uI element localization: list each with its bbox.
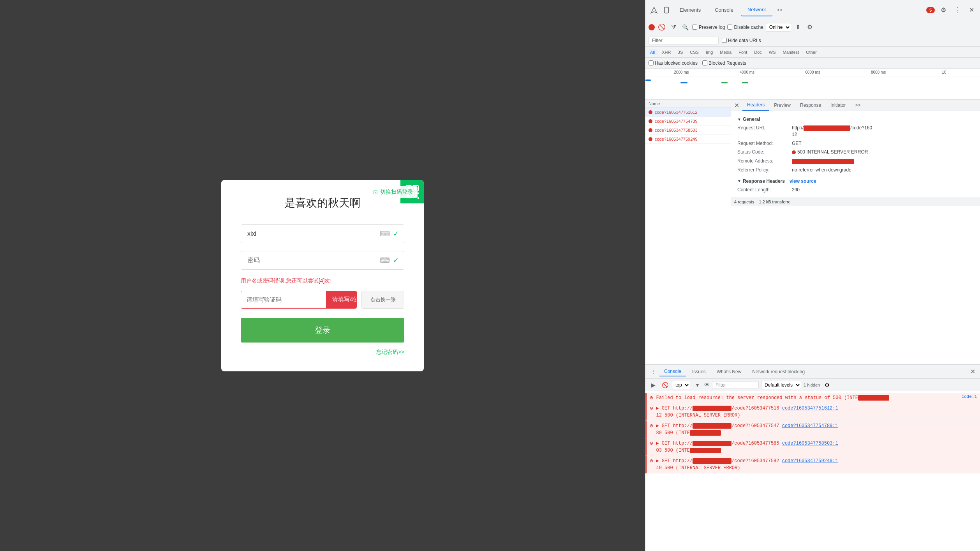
redacted-1 — [693, 406, 731, 411]
blocked-requests-checkbox[interactable] — [702, 60, 707, 65]
blocked-requests-label[interactable]: Blocked Requests — [702, 60, 746, 66]
username-group: ⌨ ✓ — [241, 224, 404, 243]
error-icon-4: ⊗ — [650, 457, 653, 464]
captcha-button[interactable]: 请填写4位验证码 — [326, 291, 357, 308]
console-link-3[interactable]: code?1605347758503:1 — [782, 441, 838, 446]
throttle-select[interactable]: Online — [766, 23, 791, 32]
type-ws[interactable]: WS — [766, 49, 779, 55]
timeline-bar-2 — [680, 82, 687, 83]
console-link-1[interactable]: code?1605347751612:1 — [782, 406, 838, 411]
eye-icon[interactable]: 👁 — [704, 382, 710, 388]
hidden-badge: 1 hidden — [804, 383, 820, 387]
blocked-cookies-label[interactable]: Has blocked cookies — [649, 60, 698, 66]
console-tab-whats-new[interactable]: What's New — [712, 367, 746, 376]
type-other[interactable]: Other — [803, 49, 820, 55]
filter-icon[interactable]: ⧩ — [669, 23, 678, 32]
type-doc[interactable]: Doc — [751, 49, 765, 55]
details-tab-headers[interactable]: Headers — [742, 100, 769, 111]
tab-more[interactable]: >> — [774, 6, 786, 14]
details-tab-preview[interactable]: Preview — [769, 100, 795, 110]
hide-data-urls-checkbox[interactable] — [722, 38, 727, 43]
forgot-password-link[interactable]: 忘记密码>> — [241, 349, 404, 356]
type-manifest[interactable]: Manifest — [780, 49, 802, 55]
details-tab-more[interactable]: >> — [850, 100, 865, 110]
summary-bar: 4 requests 1.2 kB transferre — [731, 198, 980, 206]
network-main: Name code?1605347751612 code?16053477547… — [645, 100, 980, 364]
type-font[interactable]: Font — [735, 49, 750, 55]
redacted-4 — [693, 458, 731, 464]
context-select[interactable]: top — [672, 381, 690, 389]
hide-data-urls-label[interactable]: Hide data URLs — [722, 38, 761, 43]
close-console-button[interactable]: ✕ — [969, 366, 977, 377]
console-tab-issues[interactable]: Issues — [687, 367, 710, 376]
content-length-row: Content-Length: 290 — [737, 185, 974, 194]
request-item-0[interactable]: code?1605347751612 — [645, 108, 731, 117]
inspect-icon[interactable] — [649, 5, 659, 16]
console-content: ⊗ Failed to load resource: the server re… — [645, 391, 980, 551]
general-section-header: ▼ General — [737, 114, 974, 124]
request-item-2[interactable]: code?1605347758503 — [645, 126, 731, 135]
msg-ref-0[interactable]: code:1 — [961, 394, 977, 399]
type-img[interactable]: Img — [703, 49, 716, 55]
qr-switch-button[interactable]: ⊡ 切换扫码登录 — [368, 186, 418, 198]
close-devtools-icon[interactable]: ✕ — [966, 5, 977, 16]
console-toolbar: ▶ 🚫 top ▾ 👁 Default levels 1 hidden ⚙ — [645, 379, 980, 391]
svg-rect-11 — [418, 197, 419, 199]
blocked-filters-bar: Has blocked cookies Blocked Requests — [645, 58, 980, 69]
error-dot-0 — [649, 110, 652, 114]
network-settings-icon[interactable]: ⚙ — [805, 23, 814, 32]
log-level-select[interactable]: Default levels — [761, 381, 801, 389]
type-js[interactable]: JS — [675, 49, 686, 55]
type-xhr[interactable]: XHR — [659, 49, 674, 55]
error-icon-1: ⊗ — [650, 405, 653, 411]
view-source-link[interactable]: view source — [790, 178, 816, 184]
record-button[interactable] — [649, 24, 655, 30]
details-content: ▼ General Request URL: http:///code?1601… — [731, 111, 980, 198]
requests-list: Name code?1605347751612 code?16053477547… — [645, 100, 731, 364]
more-options-icon[interactable]: ⋮ — [952, 5, 963, 16]
type-filter-bar: All XHR JS CSS Img Media Font Doc WS Man… — [645, 47, 980, 58]
tab-network[interactable]: Network — [741, 4, 772, 16]
clear-console-icon[interactable]: 🚫 — [660, 380, 670, 390]
console-tab-console[interactable]: Console — [659, 367, 686, 376]
filter-input[interactable] — [649, 37, 719, 44]
console-tab-bar: ⋮ Console Issues What's New Network requ… — [645, 365, 980, 379]
import-icon[interactable]: ⬆ — [793, 23, 803, 32]
qr-switch-icon: ⊡ — [373, 189, 378, 195]
disable-cache-checkbox[interactable] — [727, 25, 732, 30]
captcha-image[interactable]: 点击换一张 — [361, 291, 404, 309]
settings-icon[interactable]: ⚙ — [938, 5, 949, 16]
request-item-1[interactable]: code?1605347754789 — [645, 117, 731, 126]
console-link-4[interactable]: code?1605347759249:1 — [782, 458, 838, 464]
type-media[interactable]: Media — [717, 49, 735, 55]
search-icon[interactable]: 🔍 — [680, 23, 690, 32]
type-css[interactable]: CSS — [687, 49, 702, 55]
details-tab-response[interactable]: Response — [795, 100, 826, 110]
console-tab-network-blocking[interactable]: Network request blocking — [747, 367, 809, 376]
tab-console[interactable]: Console — [709, 4, 740, 16]
device-icon[interactable] — [661, 5, 672, 16]
network-toolbar: 🚫 ⧩ 🔍 Preserve log Disable cache Online … — [645, 20, 980, 34]
disable-cache-label[interactable]: Disable cache — [727, 25, 763, 30]
blocked-cookies-checkbox[interactable] — [649, 60, 654, 65]
preserve-log-checkbox[interactable] — [692, 25, 697, 30]
context-dropdown-icon[interactable]: ▾ — [693, 380, 702, 390]
console-link-2[interactable]: code?1605347754789:1 — [782, 423, 838, 429]
run-script-icon[interactable]: ▶ — [649, 380, 658, 390]
request-item-3[interactable]: code?1605347759249 — [645, 135, 731, 144]
error-icon-2: ⊗ — [650, 422, 653, 429]
type-all[interactable]: All — [647, 49, 658, 55]
tab-elements[interactable]: Elements — [673, 4, 707, 16]
captcha-input[interactable] — [241, 291, 326, 308]
clear-button[interactable]: 🚫 — [657, 23, 666, 32]
error-badge: 5 — [926, 7, 935, 13]
details-tab-initiator[interactable]: Initiator — [826, 100, 850, 110]
remote-address-redacted — [792, 159, 854, 164]
svg-rect-8 — [418, 192, 419, 194]
console-panel: ⋮ Console Issues What's New Network requ… — [645, 364, 980, 551]
preserve-log-label[interactable]: Preserve log — [692, 25, 725, 30]
console-filter-input[interactable] — [712, 381, 759, 389]
console-settings-icon[interactable]: ⚙ — [822, 380, 832, 390]
login-button[interactable]: 登录 — [241, 318, 404, 343]
close-details-icon[interactable]: ✕ — [731, 100, 742, 111]
